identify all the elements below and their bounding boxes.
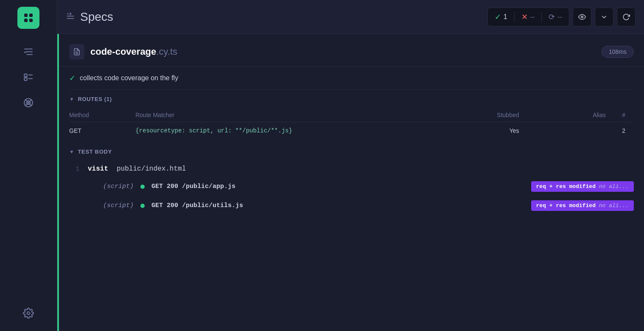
file-header: code-coverage.cy.ts 108ms <box>59 34 644 67</box>
test-body-label: TEST BODY <box>78 149 112 155</box>
main-area: Specs ✓ 1 ✕ -- ⟳ -- <box>57 0 644 331</box>
request-info-2: GET 200 /public/utils.js <box>151 202 243 209</box>
alias-header: Alias <box>545 108 611 122</box>
request-dot-2 <box>140 204 145 208</box>
svg-point-9 <box>27 312 30 315</box>
visit-value: public/index.html <box>117 165 186 173</box>
code-line-1: 1 visit public/index.html <box>69 161 634 177</box>
refresh-button[interactable] <box>617 8 636 26</box>
file-name: code-coverage.cy.ts <box>90 46 177 57</box>
svg-rect-3 <box>24 74 27 77</box>
x-icon: ✕ <box>521 12 528 22</box>
request-info-1: GET 200 /public/app.js <box>151 183 235 190</box>
file-info: code-coverage.cy.ts <box>69 44 177 59</box>
sidebar-item-specs[interactable] <box>17 41 39 63</box>
routes-chevron-icon: ▼ <box>69 96 75 102</box>
header: Specs ✓ 1 ✕ -- ⟳ -- <box>57 0 644 34</box>
loading-count: -- <box>557 13 562 21</box>
header-controls: ✓ 1 ✕ -- ⟳ -- <box>487 8 636 26</box>
sidebar-item-debug[interactable] <box>17 92 39 114</box>
badge-alias-2: no ali... <box>599 202 629 209</box>
main-content: code-coverage.cy.ts 108ms ✓ collects cod… <box>59 34 644 331</box>
chevron-down-button[interactable] <box>595 8 613 26</box>
matcher-header: Route Matcher <box>135 108 451 122</box>
route-alias <box>545 122 611 140</box>
sidebar-item-settings[interactable] <box>17 302 39 324</box>
eye-button[interactable] <box>573 8 591 26</box>
file-duration: 108ms <box>602 46 634 58</box>
status-divider-1 <box>514 12 515 22</box>
request-type-1: (script) <box>103 183 134 190</box>
line-number-1: 1 <box>69 166 79 172</box>
num-header: # <box>611 108 634 122</box>
routes-section: ▼ ROUTES (1) Method Route Matcher Stubbe… <box>59 90 644 139</box>
pass-count: 1 <box>504 13 507 21</box>
routes-table: Method Route Matcher Stubbed Alias # GET… <box>69 108 634 139</box>
route-stubbed: Yes <box>451 122 544 140</box>
sidebar-item-list[interactable] <box>17 66 39 88</box>
request-dot-1 <box>140 185 145 189</box>
badge-alias-1: no ali... <box>599 183 629 190</box>
stubbed-header: Stubbed <box>451 108 544 122</box>
svg-rect-5 <box>24 78 27 81</box>
pass-status: ✓ 1 <box>495 12 507 22</box>
status-divider-2 <box>541 12 542 22</box>
request-line-1: (script) GET 200 /public/app.js req + re… <box>69 177 634 196</box>
test-name: collects code coverage on the fly <box>80 74 178 82</box>
test-pass-icon: ✓ <box>69 73 76 83</box>
check-icon: ✓ <box>495 12 501 22</box>
request-badge-1: req + res modified no ali... <box>531 181 634 192</box>
page-title: Specs <box>80 10 113 24</box>
app-logo <box>17 7 39 29</box>
request-line-2: (script) GET 200 /public/utils.js req + … <box>69 196 634 215</box>
fail-status: ✕ -- <box>521 12 535 22</box>
test-row: ✓ collects code coverage on the fly <box>69 67 634 90</box>
loading-icon: ⟳ <box>549 12 555 22</box>
route-num: 2 <box>611 122 634 140</box>
header-left: Specs <box>66 10 113 24</box>
request-badge-2: req + res modified no ali... <box>531 200 634 211</box>
route-matcher: {resourcetype: script, url: **/public/**… <box>135 122 451 140</box>
content-wrapper: code-coverage.cy.ts 108ms ✓ collects cod… <box>57 34 644 331</box>
routes-section-header[interactable]: ▼ ROUTES (1) <box>69 90 634 108</box>
table-row: GET {resourcetype: script, url: **/publi… <box>69 122 634 140</box>
request-type-2: (script) <box>103 202 134 209</box>
test-body-chevron-icon: ▼ <box>69 149 75 155</box>
svg-point-13 <box>581 16 583 18</box>
routes-section-label: ROUTES (1) <box>78 96 112 102</box>
file-type-icon <box>69 44 84 59</box>
status-bar: ✓ 1 ✕ -- ⟳ -- <box>487 8 569 26</box>
test-body-section: ▼ TEST BODY 1 visit public/index.html (s… <box>59 143 644 215</box>
fail-count: -- <box>530 13 535 21</box>
visit-keyword: visit <box>88 165 108 173</box>
loading-status: ⟳ -- <box>549 12 562 22</box>
test-section: ✓ collects code coverage on the fly <box>59 67 644 90</box>
sidebar <box>0 0 57 331</box>
method-header: Method <box>69 108 135 122</box>
test-body-header[interactable]: ▼ TEST BODY <box>69 143 634 161</box>
specs-header-icon <box>66 11 75 22</box>
route-method: GET <box>69 122 135 140</box>
